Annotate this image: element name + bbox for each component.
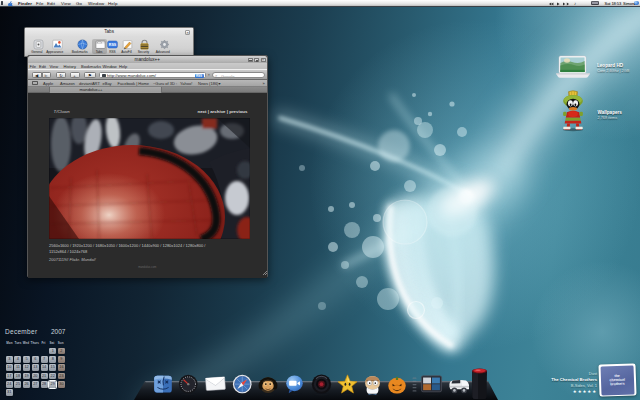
svg-text:RSS: RSS xyxy=(109,44,117,48)
